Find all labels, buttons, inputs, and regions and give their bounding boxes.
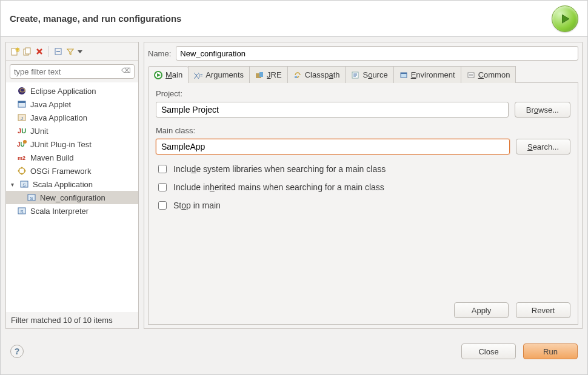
apply-button[interactable]: Apply <box>454 302 509 318</box>
filter-text-wrapper: ⌫ <box>10 64 135 79</box>
scala-icon: S <box>17 206 27 216</box>
svg-text:JU: JU <box>18 127 26 134</box>
svg-point-21 <box>18 170 20 172</box>
svg-rect-36 <box>401 73 407 74</box>
run-button[interactable]: Run <box>523 343 578 359</box>
tree-item-label: OSGi Framework <box>30 167 91 176</box>
junit-icon: JU <box>17 126 27 136</box>
tab-bar: Main(x)=ArgumentsJREClasspathSourceEnvir… <box>148 65 578 83</box>
help-icon[interactable]: ? <box>10 345 24 358</box>
java-icon: J <box>17 113 27 122</box>
scala-icon: S <box>27 193 36 202</box>
tab-source[interactable]: Source <box>345 66 393 83</box>
search-button[interactable]: Search... <box>516 139 570 154</box>
close-button[interactable]: Close <box>461 343 516 359</box>
svg-text:(x)=: (x)= <box>194 72 202 79</box>
config-tree[interactable]: Eclipse ApplicationJava AppletJJava Appl… <box>6 82 138 312</box>
new-config-icon[interactable] <box>10 46 21 57</box>
cb-inherited[interactable]: Include inherited mains when searching f… <box>156 181 570 193</box>
tab-environment[interactable]: Environment <box>393 66 461 83</box>
scala-icon: S <box>19 179 29 189</box>
tree-item-junit-plug-in-test[interactable]: JUJUnit Plug-in Test <box>6 138 138 151</box>
filter-status: Filter matched 10 of 10 items <box>6 312 138 328</box>
tab-label: Common <box>478 70 510 79</box>
left-pane: ⌫ Eclipse ApplicationJava AppletJJava Ap… <box>5 42 139 329</box>
tree-item-eclipse-application[interactable]: Eclipse Application <box>6 84 138 98</box>
main-icon <box>154 71 162 79</box>
revert-button[interactable]: Revert <box>516 302 570 318</box>
svg-point-19 <box>24 170 26 172</box>
copy-config-icon[interactable] <box>22 46 33 57</box>
mainclass-label: Main class: <box>156 126 570 135</box>
tree-item-java-application[interactable]: JJava Application <box>6 111 138 124</box>
maven-icon: m2 <box>17 153 27 162</box>
svg-marker-6 <box>78 50 82 53</box>
collapse-all-icon[interactable] <box>53 46 64 57</box>
cb-inherited-box[interactable] <box>158 183 167 191</box>
tree-item-osgi-framework[interactable]: OSGi Framework <box>6 164 138 178</box>
classpath-icon <box>293 71 302 79</box>
tree-item-junit[interactable]: JUJUnit <box>6 124 138 138</box>
tree-item-java-applet[interactable]: Java Applet <box>6 98 138 111</box>
footer-buttons: Close Run <box>461 343 578 359</box>
tab-label: Environment <box>411 70 455 79</box>
name-row: Name: <box>148 46 578 61</box>
twisty-icon[interactable]: ▾ <box>8 181 16 188</box>
tab-classpath[interactable]: Classpath <box>287 66 346 83</box>
tab-main[interactable]: Main <box>148 66 189 83</box>
cb-system-libs-box[interactable] <box>158 165 167 173</box>
name-input[interactable] <box>176 46 578 61</box>
dialog-body: ⌫ Eclipse ApplicationJava AppletJJava Ap… <box>1 37 587 334</box>
svg-text:J: J <box>21 116 23 121</box>
mainclass-input[interactable] <box>156 139 510 154</box>
tree-item-label: JUnit Plug-in Test <box>30 140 92 149</box>
tab-label: Source <box>362 70 387 79</box>
filter-icon[interactable] <box>65 46 76 57</box>
tab-arguments[interactable]: (x)=Arguments <box>188 66 250 83</box>
common-icon <box>467 71 475 79</box>
dropdown-arrow-icon[interactable] <box>77 46 83 57</box>
tab-common[interactable]: Common <box>461 66 516 83</box>
args-icon: (x)= <box>194 71 202 79</box>
svg-point-20 <box>21 173 23 175</box>
svg-point-15 <box>23 140 27 144</box>
svg-text:S: S <box>20 209 23 214</box>
junitplug-icon: JU <box>17 139 27 149</box>
dialog-header: Create, manage, and run configurations <box>1 1 587 37</box>
project-row: Browse... <box>156 102 570 118</box>
env-icon <box>399 71 408 79</box>
right-pane: Name: Main(x)=ArgumentsJREClasspathSourc… <box>144 42 583 329</box>
applet-icon <box>17 99 27 109</box>
tree-item-new-configuration[interactable]: SNew_configuration <box>6 191 138 204</box>
mainclass-row: Search... <box>156 139 570 154</box>
eclipse-icon <box>17 86 27 96</box>
project-label: Project: <box>156 89 570 98</box>
apply-revert-row: Apply Revert <box>156 296 570 318</box>
tree-item-label: Java Applet <box>30 100 71 109</box>
clear-filter-icon[interactable]: ⌫ <box>121 67 131 76</box>
tree-item-scala-application[interactable]: ▾SScala Application <box>6 178 138 191</box>
dialog-footer: ? Close Run <box>1 334 587 369</box>
cb-stop-main-label: Stop in main <box>173 201 221 210</box>
cb-system-libs-label: Include system libraries when searching … <box>173 164 386 174</box>
svg-point-18 <box>21 167 23 169</box>
tab-jre[interactable]: JRE <box>249 66 288 83</box>
filter-text-input[interactable] <box>10 64 135 79</box>
cb-system-libs[interactable]: Include system libraries when searching … <box>156 163 570 175</box>
tab-label: Classpath <box>305 70 340 79</box>
browse-button[interactable]: Browse... <box>515 102 570 118</box>
project-input[interactable] <box>156 102 509 118</box>
cb-stop-main[interactable]: Stop in main <box>156 199 570 211</box>
tab-label: JRE <box>267 70 282 79</box>
dialog-title: Create, manage, and run configurations <box>10 13 181 24</box>
svg-text:S: S <box>22 182 25 188</box>
tree-item-scala-interpreter[interactable]: SScala Interpreter <box>6 204 138 217</box>
tree-item-label: New_configuration <box>40 193 105 202</box>
cb-stop-main-box[interactable] <box>158 201 167 210</box>
jre-icon <box>255 71 264 79</box>
cb-inherited-label: Include inherited mains when searching f… <box>173 182 384 192</box>
svg-marker-0 <box>563 15 569 23</box>
tree-item-maven-build[interactable]: m2Maven Build <box>6 151 138 164</box>
tab-label: Main <box>165 70 182 79</box>
delete-config-icon[interactable] <box>34 46 45 57</box>
